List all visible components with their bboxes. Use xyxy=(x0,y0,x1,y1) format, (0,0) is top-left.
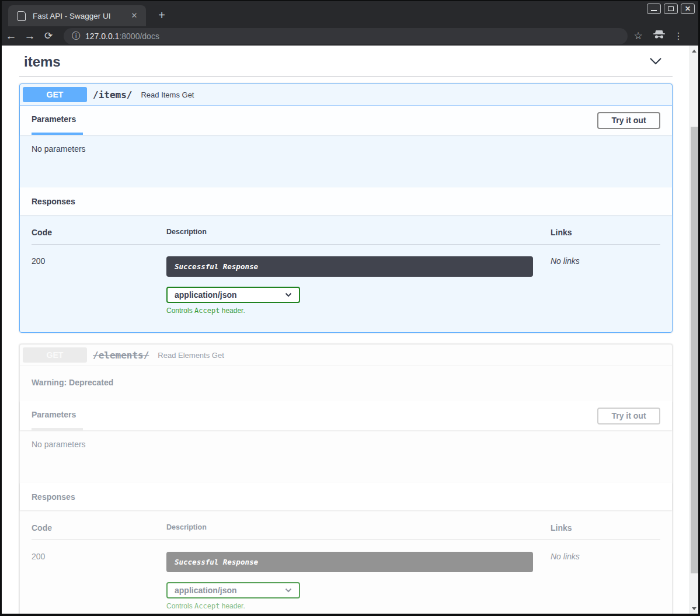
try-it-out-button[interactable]: Try it out xyxy=(597,112,660,129)
select-chevron-down-icon xyxy=(285,293,292,297)
col-header-links: Links xyxy=(551,228,660,237)
tag-title: items xyxy=(24,54,61,70)
page-scrollbar[interactable] xyxy=(689,46,698,614)
endpoint-summary: Read Items Get xyxy=(141,91,194,99)
responses-table: Code Description Links 200 Successful Re… xyxy=(32,523,660,610)
window-controls: ✕ xyxy=(647,4,695,14)
no-parameters-text: No parameters xyxy=(32,440,86,449)
media-type-select[interactable]: application/json xyxy=(166,287,300,303)
accept-header-note: Controls Accept header. xyxy=(166,307,533,315)
no-parameters-text: No parameters xyxy=(32,144,86,154)
scrollbar-down-arrow-icon[interactable] xyxy=(690,604,698,612)
responses-table-header: Code Description Links xyxy=(32,523,660,540)
close-window-button[interactable]: ✕ xyxy=(681,4,695,14)
opblock-get-elements-deprecated: GET /elements/ Read Elements Get Warning… xyxy=(19,344,673,614)
opblock-get-items: GET /items/ Read Items Get Parameters Tr… xyxy=(19,83,673,333)
note-suffix: header. xyxy=(220,307,245,315)
url-path: :8000/docs xyxy=(119,32,159,41)
tab-strip: Fast API - Swagger UI ✕ + ✕ xyxy=(2,1,698,26)
responses-title: Responses xyxy=(32,197,75,206)
tab-close-icon[interactable]: ✕ xyxy=(128,10,140,22)
responses-table: Code Description Links 200 Successful Re… xyxy=(32,228,660,315)
select-chevron-down-icon xyxy=(285,588,292,593)
tag-section-header[interactable]: items xyxy=(19,51,673,76)
browser-tab[interactable]: Fast API - Swagger UI ✕ xyxy=(8,5,146,26)
maximize-button[interactable] xyxy=(664,4,678,14)
new-tab-button[interactable]: + xyxy=(155,9,169,23)
method-badge: GET xyxy=(23,347,87,363)
response-description-cell: Successful Response application/json Con… xyxy=(166,256,551,315)
col-header-links: Links xyxy=(551,523,660,533)
col-header-code: Code xyxy=(32,228,166,237)
responses-body: Code Description Links 200 Successful Re… xyxy=(20,215,672,332)
forward-button[interactable]: → xyxy=(20,30,39,43)
note-prefix: Controls xyxy=(166,602,194,610)
endpoint-path: /items/ xyxy=(93,89,132,100)
col-header-description: Description xyxy=(166,228,551,237)
site-info-icon[interactable]: ⓘ xyxy=(72,31,80,41)
parameters-header: Parameters Try it out xyxy=(20,106,672,135)
deprecated-warning: Warning: Deprecated xyxy=(20,366,672,401)
media-type-value: application/json xyxy=(175,586,285,595)
note-accept-code: Accept xyxy=(194,602,220,610)
parameters-body: No parameters xyxy=(20,135,672,187)
parameters-header: Parameters Try it out xyxy=(20,401,672,430)
maximize-icon xyxy=(668,6,674,11)
address-bar: ← → ⟳ ⓘ 127.0.0.1:8000/docs ☆ ⋮ xyxy=(2,26,698,46)
opblock-summary[interactable]: GET /elements/ Read Elements Get xyxy=(20,344,672,366)
url-text: 127.0.0.1:8000/docs xyxy=(85,32,159,41)
endpoint-path: /elements/ xyxy=(93,350,149,361)
tab-title: Fast API - Swagger UI xyxy=(33,12,128,20)
bookmark-star-icon[interactable]: ☆ xyxy=(628,30,649,42)
media-type-select[interactable]: application/json xyxy=(166,582,300,598)
response-description-cell: Successful Response application/json Con… xyxy=(166,552,551,610)
browser-menu-icon[interactable]: ⋮ xyxy=(670,30,687,41)
col-header-description: Description xyxy=(166,523,551,533)
browser-window: Fast API - Swagger UI ✕ + ✕ ← → ⟳ ⓘ 127.… xyxy=(0,0,700,616)
back-button[interactable]: ← xyxy=(2,30,20,43)
url-host: 127.0.0.1 xyxy=(85,32,119,41)
parameters-body: No parameters xyxy=(20,430,672,483)
responses-header: Responses xyxy=(20,187,672,215)
swagger-content: items GET /items/ Read Items Get Paramet… xyxy=(2,46,689,614)
response-links: No links xyxy=(551,552,660,610)
response-code: 200 xyxy=(32,256,166,315)
url-field[interactable]: ⓘ 127.0.0.1:8000/docs xyxy=(64,28,628,44)
minimize-button[interactable] xyxy=(647,4,661,14)
responses-body: Code Description Links 200 Successful Re… xyxy=(20,510,672,614)
browser-chrome: Fast API - Swagger UI ✕ + ✕ ← → ⟳ ⓘ 127.… xyxy=(2,1,698,46)
incognito-icon xyxy=(649,30,670,42)
media-type-value: application/json xyxy=(175,290,285,300)
col-header-code: Code xyxy=(32,523,166,533)
responses-table-header: Code Description Links xyxy=(32,228,660,245)
note-accept-code: Accept xyxy=(194,307,220,315)
scrollbar-thumb[interactable] xyxy=(691,127,698,573)
swagger-page: items GET /items/ Read Items Get Paramet… xyxy=(2,46,698,614)
note-suffix: header. xyxy=(220,602,245,610)
collapse-chevron-down-icon[interactable] xyxy=(649,57,662,67)
opblock-summary[interactable]: GET /items/ Read Items Get xyxy=(20,84,672,106)
close-icon: ✕ xyxy=(685,5,691,12)
try-it-out-button[interactable]: Try it out xyxy=(597,408,660,424)
response-code: 200 xyxy=(32,552,166,610)
note-prefix: Controls xyxy=(166,307,194,315)
response-description-box: Successful Response xyxy=(166,552,533,572)
scrollbar-up-arrow-icon[interactable] xyxy=(690,47,698,55)
response-links: No links xyxy=(551,256,660,315)
endpoint-summary: Read Elements Get xyxy=(158,351,224,360)
responses-header: Responses xyxy=(20,483,672,510)
accept-header-note: Controls Accept header. xyxy=(166,602,533,610)
reload-button[interactable]: ⟳ xyxy=(39,30,58,42)
tab-parameters: Parameters xyxy=(32,106,83,135)
response-row: 200 Successful Response application/json… xyxy=(32,540,660,610)
response-row: 200 Successful Response application/json… xyxy=(32,245,660,315)
responses-title: Responses xyxy=(32,492,75,502)
method-badge: GET xyxy=(23,87,87,102)
tab-parameters: Parameters xyxy=(32,401,83,430)
page-favicon-icon xyxy=(18,11,26,21)
minimize-icon xyxy=(651,10,657,11)
response-description-box: Successful Response xyxy=(166,256,533,277)
